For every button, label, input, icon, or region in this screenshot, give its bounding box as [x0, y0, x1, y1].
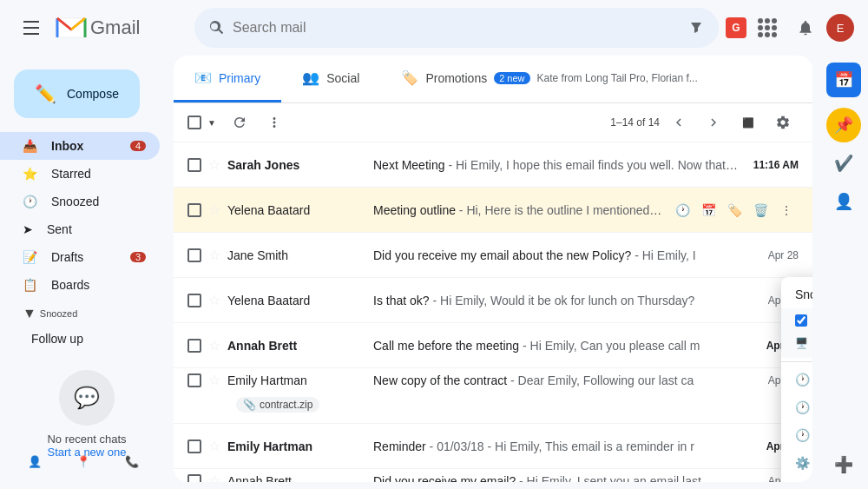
tab-promotions[interactable]: 🏷️ Promotions 2 new Kate from Long Tail … — [380, 56, 718, 102]
status-button[interactable]: 📍 — [66, 444, 101, 479]
boards-label: Boards — [51, 278, 146, 292]
row-checkbox[interactable] — [187, 203, 201, 217]
more-row-button[interactable]: ⋮ — [774, 198, 799, 222]
phone-button[interactable]: 📞 — [115, 444, 149, 479]
primary-tab-icon: 📧 — [194, 69, 212, 86]
tab-primary[interactable]: 📧 Primary — [174, 56, 281, 102]
sender-name: Yelena Baatard — [227, 203, 366, 217]
table-row[interactable]: ☆ Yelena Baatard Is that ok? - Hi Emily,… — [174, 278, 812, 323]
email-time: 11:16 AM — [753, 159, 799, 171]
snoozed-icon: 🕐 — [23, 195, 37, 208]
notifications-button[interactable] — [788, 10, 823, 45]
calendar-button[interactable]: 📅 — [696, 198, 720, 222]
starred-icon: ⭐ — [23, 167, 37, 181]
sidebar-item-drafts[interactable]: 📝 Drafts 3 — [0, 243, 160, 271]
sidebar-item-boards[interactable]: 📋 Boards — [0, 271, 160, 299]
table-row[interactable]: ☆ Jane Smith Did you receive my email ab… — [174, 233, 812, 278]
email-preview: - Hi Emily, I sent you an email last — [519, 474, 701, 483]
snooze-title: Snooze... — [781, 277, 812, 308]
gmelius-icon[interactable]: G — [726, 17, 746, 38]
calendar-button[interactable]: 📅 — [826, 63, 861, 97]
delete-row-button[interactable]: 🗑️ — [748, 198, 773, 222]
star-icon[interactable]: ☆ — [208, 438, 220, 454]
sidebar-item-inbox[interactable]: 📥 Inbox 4 — [0, 132, 160, 160]
email-body: Reminder - 01/03/18 - Hi Emily, This ema… — [373, 439, 753, 453]
sidebar-item-sent[interactable]: ➤ Sent — [0, 215, 160, 243]
sidebar-item-followup[interactable]: Follow up — [0, 325, 160, 353]
settings-button[interactable] — [767, 107, 799, 138]
refresh-icon — [232, 115, 247, 130]
snooze-option-tomorrowmorning[interactable]: ⚙️ Tomorrow morning Tue, 8:00 AM — [781, 477, 812, 482]
star-icon[interactable]: ☆ — [208, 472, 220, 482]
more-options-button[interactable] — [259, 107, 290, 138]
row-checkbox[interactable] — [187, 294, 201, 307]
select-dropdown-button[interactable]: ▼ — [203, 107, 220, 138]
sender-name: Annah Brett — [227, 339, 366, 353]
sidebar-bottom: 👤 📍 📞 — [0, 433, 174, 489]
snooze-option-latertoday[interactable]: ⚙️ Later today 6:00 PM — [781, 449, 812, 477]
prev-page-button[interactable] — [663, 107, 694, 138]
search-input[interactable] — [233, 20, 681, 36]
primary-tab-label: Primary — [219, 71, 260, 85]
menu-button[interactable] — [14, 10, 49, 45]
next-page-button[interactable] — [698, 107, 729, 138]
row-checkbox[interactable] — [187, 373, 201, 387]
row-checkbox[interactable] — [187, 158, 201, 172]
email-rows: ☆ Sarah Jones Next Meeting - Hi Emily, I… — [174, 142, 812, 482]
sent-label: Sent — [47, 222, 146, 236]
snooze-popup: Snooze... Only if no one replies 🖥️ In 3… — [781, 277, 812, 482]
email-body: New copy of the contract - Dear Emily, F… — [373, 373, 754, 387]
row-checkbox[interactable] — [187, 439, 201, 453]
expand-icon[interactable]: ▼ — [23, 306, 36, 321]
tasks-button[interactable]: ✔️ — [826, 146, 861, 181]
boards-icon: 📋 — [23, 278, 37, 292]
star-icon[interactable]: ☆ — [208, 247, 220, 263]
only-if-checkbox[interactable] — [795, 314, 807, 327]
search-bar[interactable] — [194, 8, 719, 48]
attachment-chip[interactable]: 📎 contract.zip — [236, 397, 319, 413]
email-subject: New copy of the contract — [373, 373, 507, 387]
star-icon[interactable]: ☆ — [208, 202, 220, 218]
email-subject: Call me before the meeting — [373, 339, 519, 353]
apps-button[interactable] — [750, 10, 785, 45]
snooze-option-in4hours[interactable]: 🕐 In 4 hours 3:16 PM — [781, 421, 812, 449]
search-filter-icon[interactable] — [687, 19, 705, 36]
add-panel-button[interactable]: ➕ — [826, 447, 861, 482]
sender-name: Emily Hartman — [227, 439, 366, 453]
sidebar-item-snoozed[interactable]: 🕐 Snoozed — [0, 188, 160, 215]
table-row[interactable]: ☆ Emily Hartman New copy of the contract… — [174, 368, 812, 424]
select-all-checkbox[interactable] — [187, 116, 201, 129]
table-row[interactable]: ☆ Annah Brett Did you receive my email? … — [174, 469, 812, 482]
row-checkbox[interactable] — [187, 339, 201, 353]
label-button[interactable]: 🏷️ — [722, 198, 746, 222]
snooze-option-in1hour[interactable]: 🕐 In 1 hour 12:16 PM — [781, 366, 812, 393]
contacts-panel-button[interactable]: 👤 — [826, 184, 861, 219]
select-all-wrapper: ▼ — [187, 107, 220, 138]
table-row[interactable]: ☆ Yelena Baatard Meeting outline - Hi, H… — [174, 188, 812, 233]
row-checkbox[interactable] — [187, 474, 201, 483]
view-options-button[interactable]: ⬛ — [733, 107, 764, 138]
table-row[interactable]: ☆ Emily Hartman Reminder - 01/03/18 - Hi… — [174, 424, 812, 469]
snooze-option-in2hours[interactable]: 🕐 In 2 hours 1:16 PM — [781, 393, 812, 421]
keep-button[interactable]: 📌 — [826, 108, 861, 142]
sidebar: ✏️ Compose 📥 Inbox 4 ⭐ Starred 🕐 Snoozed… — [0, 56, 174, 489]
page-info: 1–14 of 14 — [610, 116, 660, 129]
account-avatar[interactable]: E — [826, 14, 854, 42]
row-checkbox[interactable] — [187, 248, 201, 262]
table-row[interactable]: ☆ Sarah Jones Next Meeting - Hi Emily, I… — [174, 142, 812, 188]
star-icon[interactable]: ☆ — [208, 156, 220, 173]
compose-button[interactable]: ✏️ Compose — [14, 69, 140, 118]
snooze-inline-time-row: 🖥️ In 30 min / +6h / around 8am — [781, 332, 812, 358]
table-row[interactable]: ☆ Annah Brett Call me before the meeting… — [174, 323, 812, 368]
topbar-left: Gmail — [14, 10, 187, 45]
sidebar-item-starred[interactable]: ⭐ Starred — [0, 160, 160, 188]
star-icon[interactable]: ☆ — [208, 337, 220, 354]
tab-social[interactable]: 👥 Social — [281, 56, 380, 102]
contacts-button[interactable]: 👤 — [17, 444, 52, 479]
in2hours-icon: 🕐 — [795, 400, 810, 414]
star-icon[interactable]: ☆ — [208, 292, 220, 308]
clock-button[interactable]: 🕐 — [670, 198, 694, 222]
email-subject: Is that ok? — [373, 294, 430, 307]
refresh-button[interactable] — [224, 107, 255, 138]
star-icon[interactable]: ☆ — [208, 372, 220, 388]
